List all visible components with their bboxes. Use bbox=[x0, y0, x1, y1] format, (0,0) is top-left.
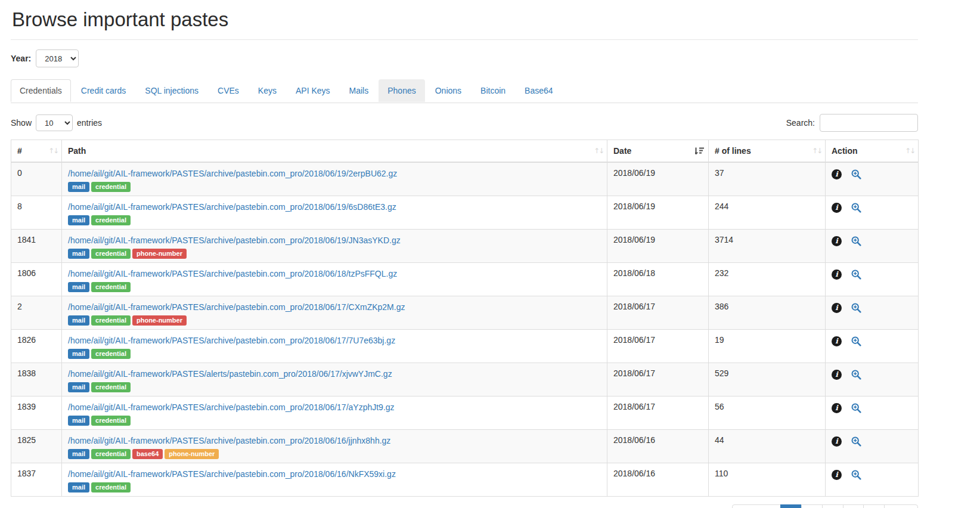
sort-icon: ↑↓ bbox=[812, 146, 821, 154]
tab-mails[interactable]: Mails bbox=[340, 79, 378, 102]
pagination-next-button[interactable]: Next bbox=[884, 504, 918, 508]
paste-path-link[interactable]: /home/ail/git/AIL-framework/PASTES/archi… bbox=[68, 168, 397, 179]
tag-list: mailcredential bbox=[68, 181, 601, 192]
main-container: Browse important pastes Year: 2018 Crede… bbox=[11, 8, 918, 508]
search-plus-icon[interactable] bbox=[851, 336, 861, 346]
tab-keys[interactable]: Keys bbox=[249, 79, 286, 102]
search-plus-icon[interactable] bbox=[851, 169, 861, 179]
show-label: Show bbox=[11, 118, 32, 128]
page-length-select[interactable]: 10 bbox=[36, 114, 73, 131]
table-row: 1825 /home/ail/git/AIL-framework/PASTES/… bbox=[11, 429, 919, 463]
column-header--of-lines[interactable]: # of lines ↑↓ bbox=[709, 140, 826, 162]
tag-credential: credential bbox=[91, 249, 131, 259]
info-circle-icon[interactable]: i bbox=[832, 470, 842, 480]
tab-cves[interactable]: CVEs bbox=[209, 79, 248, 102]
datatable-controls: Show 10 entries Search: bbox=[11, 114, 918, 132]
entries-label: entries bbox=[77, 118, 102, 128]
tag-credential: credential bbox=[91, 282, 131, 292]
year-select[interactable]: 2018 bbox=[36, 49, 79, 67]
search-plus-icon[interactable] bbox=[851, 203, 861, 213]
sort-icon: ↑↓ bbox=[905, 146, 914, 154]
info-circle-icon[interactable]: i bbox=[832, 436, 842, 447]
tag-list: mailcredential bbox=[68, 382, 601, 392]
paste-path-link[interactable]: /home/ail/git/AIL-framework/PASTES/archi… bbox=[68, 302, 405, 313]
tag-mail: mail bbox=[68, 182, 89, 192]
row-date: 2018/06/17 bbox=[607, 296, 709, 329]
tag-list: mailcredential bbox=[68, 348, 601, 359]
search-plus-icon[interactable] bbox=[851, 370, 861, 380]
info-circle-icon[interactable]: i bbox=[832, 303, 842, 313]
tag-credential: credential bbox=[91, 482, 131, 492]
tab-phones[interactable]: Phones bbox=[379, 79, 424, 102]
column-header-path[interactable]: Path ↑↓ bbox=[62, 140, 607, 162]
paste-path-link[interactable]: /home/ail/git/AIL-framework/PASTES/archi… bbox=[68, 235, 401, 246]
row-date: 2018/06/19 bbox=[607, 162, 709, 196]
tab-credit-cards[interactable]: Credit cards bbox=[72, 79, 135, 102]
pagination-previous-button[interactable]: Previous bbox=[732, 504, 781, 508]
tag-credential: credential bbox=[91, 416, 131, 426]
table-row: 2 /home/ail/git/AIL-framework/PASTES/arc… bbox=[11, 296, 919, 329]
tag-mail: mail bbox=[68, 282, 89, 292]
tag-mail: mail bbox=[68, 249, 89, 259]
tag-list: mailcredentialphone-number bbox=[68, 248, 601, 259]
tag-list: mailcredential bbox=[68, 415, 601, 426]
row-index: 8 bbox=[11, 196, 62, 229]
paste-path-link[interactable]: /home/ail/git/AIL-framework/PASTES/archi… bbox=[68, 202, 396, 213]
paste-path-link[interactable]: /home/ail/git/AIL-framework/PASTES/alert… bbox=[68, 368, 392, 380]
row-index: 1839 bbox=[11, 396, 62, 429]
tag-mail: mail bbox=[68, 482, 89, 492]
year-filter: Year: 2018 bbox=[11, 49, 918, 67]
tag-mail: mail bbox=[68, 349, 89, 359]
search-plus-icon[interactable] bbox=[851, 236, 861, 246]
row-lines: 37 bbox=[709, 162, 826, 196]
tab-base64[interactable]: Base64 bbox=[516, 79, 562, 102]
paste-path-link[interactable]: /home/ail/git/AIL-framework/PASTES/archi… bbox=[68, 435, 390, 447]
tab-sql-injections[interactable]: SQL injections bbox=[136, 79, 207, 102]
table-row: 1838 /home/ail/git/AIL-framework/PASTES/… bbox=[11, 363, 919, 396]
tab-credentials[interactable]: Credentials bbox=[11, 79, 71, 102]
row-date: 2018/06/17 bbox=[607, 363, 709, 396]
tab-api-keys[interactable]: API Keys bbox=[287, 79, 339, 102]
table-row: 1839 /home/ail/git/AIL-framework/PASTES/… bbox=[11, 396, 919, 429]
tab-onions[interactable]: Onions bbox=[426, 79, 470, 102]
table-footer: Showing 1 to 10 of 50 entries Previous12… bbox=[11, 504, 918, 508]
paste-path-link[interactable]: /home/ail/git/AIL-framework/PASTES/archi… bbox=[68, 402, 395, 413]
tag-list: mailcredentialbase64phone-number bbox=[68, 448, 601, 459]
search-plus-icon[interactable] bbox=[851, 403, 861, 413]
info-circle-icon[interactable]: i bbox=[832, 270, 842, 280]
search-plus-icon[interactable] bbox=[851, 303, 861, 313]
paste-path-link[interactable]: /home/ail/git/AIL-framework/PASTES/archi… bbox=[68, 268, 397, 280]
tab-bitcoin[interactable]: Bitcoin bbox=[472, 79, 514, 102]
search-plus-icon[interactable] bbox=[851, 270, 861, 280]
column-header-date[interactable]: Date ↑↓ bbox=[607, 140, 709, 162]
pagination-page-3[interactable]: 3 bbox=[822, 504, 843, 508]
pagination-page-1[interactable]: 1 bbox=[780, 504, 802, 508]
pagination-page-2[interactable]: 2 bbox=[801, 504, 823, 508]
info-circle-icon[interactable]: i bbox=[832, 169, 842, 179]
show-entries-control: Show 10 entries bbox=[11, 114, 102, 131]
info-circle-icon[interactable]: i bbox=[832, 236, 842, 246]
pagination-page-5[interactable]: 5 bbox=[863, 504, 885, 508]
row-index: 0 bbox=[11, 162, 62, 196]
paste-path-link[interactable]: /home/ail/git/AIL-framework/PASTES/archi… bbox=[68, 469, 396, 480]
column-header--[interactable]: # ↑↓ bbox=[11, 140, 62, 162]
search-plus-icon[interactable] bbox=[851, 436, 861, 447]
row-lines: 19 bbox=[709, 329, 826, 363]
info-circle-icon[interactable]: i bbox=[832, 203, 842, 213]
tag-credential: credential bbox=[91, 382, 131, 392]
row-index: 1826 bbox=[11, 329, 62, 363]
info-circle-icon[interactable]: i bbox=[832, 336, 842, 346]
column-header-action[interactable]: Action ↑↓ bbox=[826, 140, 919, 162]
info-circle-icon[interactable]: i bbox=[832, 370, 842, 380]
row-date: 2018/06/16 bbox=[607, 429, 709, 463]
tag-list: mailcredential bbox=[68, 482, 601, 492]
info-circle-icon[interactable]: i bbox=[832, 403, 842, 413]
paste-path-link[interactable]: /home/ail/git/AIL-framework/PASTES/archi… bbox=[68, 335, 395, 346]
tag-credential: credential bbox=[91, 215, 131, 225]
tag-mail: mail bbox=[68, 382, 89, 392]
row-lines: 56 bbox=[709, 396, 826, 429]
search-input[interactable] bbox=[820, 114, 918, 132]
page-title: Browse important pastes bbox=[11, 8, 918, 40]
pagination-page-4[interactable]: 4 bbox=[843, 504, 864, 508]
search-plus-icon[interactable] bbox=[851, 470, 861, 480]
